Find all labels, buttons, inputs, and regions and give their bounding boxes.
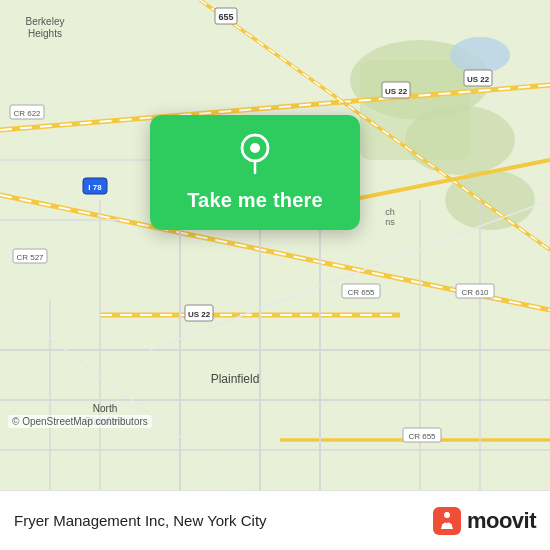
take-me-there-label: Take me there bbox=[187, 189, 323, 212]
business-name: Fryer Management Inc, New York City bbox=[14, 512, 423, 529]
location-pin-icon bbox=[233, 133, 277, 177]
svg-rect-62 bbox=[433, 507, 461, 535]
svg-text:CR 622: CR 622 bbox=[13, 109, 41, 118]
svg-text:Plainfield: Plainfield bbox=[211, 372, 260, 386]
svg-text:US 22: US 22 bbox=[385, 87, 408, 96]
svg-text:Heights: Heights bbox=[28, 28, 62, 39]
svg-point-63 bbox=[444, 512, 450, 518]
svg-text:CR 610: CR 610 bbox=[461, 288, 489, 297]
svg-point-5 bbox=[450, 37, 510, 73]
bottom-bar: Fryer Management Inc, New York City moov… bbox=[0, 490, 550, 550]
copyright-text: © OpenStreetMap contributors bbox=[8, 415, 152, 428]
svg-text:I 78: I 78 bbox=[88, 183, 102, 192]
moovit-logo: moovit bbox=[433, 507, 536, 535]
moovit-brand-icon bbox=[433, 507, 461, 535]
svg-text:US 22: US 22 bbox=[188, 310, 211, 319]
svg-rect-4 bbox=[360, 60, 470, 160]
svg-text:CR 655: CR 655 bbox=[408, 432, 436, 441]
svg-text:North: North bbox=[93, 403, 117, 414]
svg-text:CR 655: CR 655 bbox=[347, 288, 375, 297]
svg-text:655: 655 bbox=[218, 12, 233, 22]
navigation-popup[interactable]: Take me there bbox=[150, 115, 360, 230]
moovit-label: moovit bbox=[467, 508, 536, 534]
svg-text:CR 527: CR 527 bbox=[16, 253, 44, 262]
svg-text:US 22: US 22 bbox=[467, 75, 490, 84]
svg-point-60 bbox=[250, 143, 260, 153]
svg-text:Berkeley: Berkeley bbox=[26, 16, 65, 27]
svg-text:ns: ns bbox=[385, 217, 395, 227]
svg-text:ch: ch bbox=[385, 207, 395, 217]
map-container: 655 US 22 US 22 US 22 CR 622 CR 641 CR 5… bbox=[0, 0, 550, 490]
